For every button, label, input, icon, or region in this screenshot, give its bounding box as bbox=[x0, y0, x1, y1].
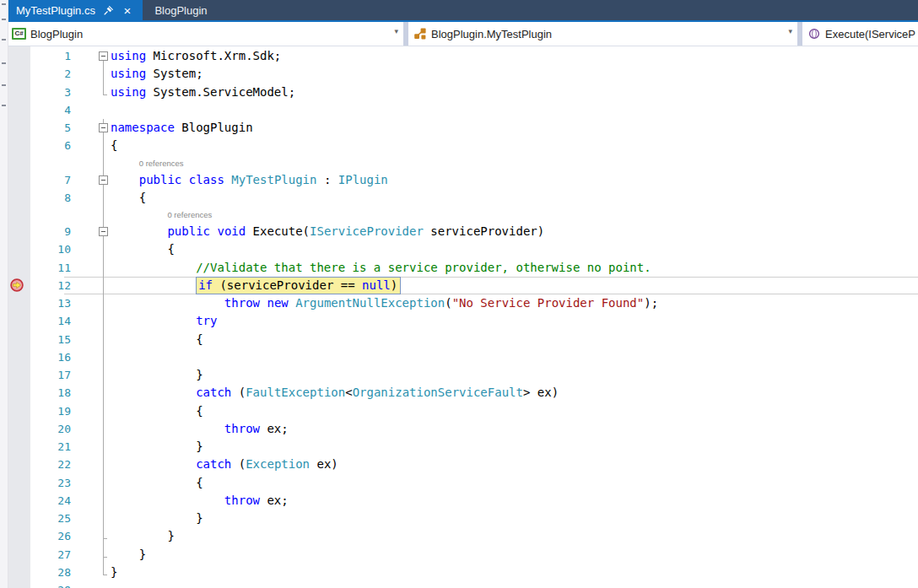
code-line[interactable]: 20 throw ex; bbox=[0, 420, 918, 438]
code-line[interactable]: 12 if (serviceProvider == null) bbox=[0, 277, 918, 294]
code-text[interactable]: } bbox=[111, 438, 203, 456]
code-text[interactable]: { bbox=[111, 402, 203, 420]
code-line[interactable]: 7 public class MyTestPlugin : IPlugin bbox=[0, 171, 918, 189]
code-text[interactable]: using System.ServiceModel; bbox=[111, 84, 295, 101]
collapse-toggle-icon[interactable] bbox=[98, 47, 109, 65]
code-line[interactable]: 28} bbox=[0, 564, 918, 581]
code-line[interactable]: 16 bbox=[0, 348, 918, 366]
line-number[interactable]: 17 bbox=[25, 366, 71, 384]
line-number[interactable]: 8 bbox=[25, 189, 71, 207]
code-text[interactable]: using System; bbox=[111, 65, 203, 83]
line-number[interactable]: 20 bbox=[25, 420, 71, 438]
code-line[interactable]: 4 bbox=[0, 101, 918, 119]
type-dropdown[interactable]: BlogPlugin.MyTestPlugin ▾ bbox=[408, 22, 797, 46]
codelens-row[interactable]: 0 references bbox=[0, 155, 918, 171]
line-number[interactable]: 26 bbox=[25, 527, 71, 545]
line-number[interactable]: 14 bbox=[25, 312, 71, 330]
code-line[interactable]: 9 public void Execute(IServiceProvider s… bbox=[0, 223, 918, 240]
code-text[interactable]: public class MyTestPlugin : IPlugin bbox=[111, 171, 388, 189]
chevron-down-icon[interactable]: ▾ bbox=[394, 27, 398, 35]
code-line[interactable]: 8 { bbox=[0, 189, 918, 207]
project-dropdown[interactable]: C# BlogPlugin ▾ bbox=[8, 22, 403, 46]
line-number[interactable]: 24 bbox=[25, 492, 71, 510]
codelens-references[interactable]: 0 references bbox=[167, 207, 212, 223]
line-number[interactable]: 27 bbox=[25, 546, 71, 564]
code-text[interactable]: catch (FaultException<OrganizationServic… bbox=[111, 384, 559, 402]
tab-mytestplugin[interactable]: MyTestPlugin.cs × bbox=[8, 0, 143, 20]
line-number[interactable]: 4 bbox=[25, 101, 71, 119]
line-number[interactable]: 19 bbox=[25, 402, 71, 420]
code-text[interactable]: using Microsoft.Xrm.Sdk; bbox=[111, 47, 281, 65]
code-line[interactable]: 17 } bbox=[0, 366, 918, 384]
line-number[interactable]: 18 bbox=[25, 384, 71, 402]
code-text[interactable]: } bbox=[111, 366, 203, 384]
line-number[interactable]: 1 bbox=[25, 47, 71, 65]
code-line[interactable]: 3using System.ServiceModel; bbox=[0, 84, 918, 101]
code-text[interactable]: throw ex; bbox=[111, 420, 289, 438]
code-line[interactable]: 18 catch (FaultException<OrganizationSer… bbox=[0, 384, 918, 402]
code-line[interactable]: 29 bbox=[0, 581, 918, 588]
code-line[interactable]: 2using System; bbox=[0, 65, 918, 83]
code-text[interactable]: { bbox=[111, 331, 203, 348]
line-number[interactable]: 9 bbox=[25, 223, 71, 240]
line-number[interactable]: 10 bbox=[25, 240, 71, 258]
line-number[interactable]: 28 bbox=[25, 564, 71, 581]
code-text[interactable]: catch (Exception ex) bbox=[111, 456, 338, 473]
code-text[interactable]: if (serviceProvider == null) bbox=[111, 277, 401, 294]
code-line[interactable]: 10 { bbox=[0, 240, 918, 258]
line-number[interactable]: 11 bbox=[25, 259, 71, 277]
line-number[interactable]: 6 bbox=[25, 137, 71, 154]
code-text[interactable]: { bbox=[111, 240, 175, 258]
code-line[interactable]: 15 { bbox=[0, 331, 918, 348]
code-text[interactable]: } bbox=[111, 510, 203, 527]
line-number[interactable]: 25 bbox=[25, 510, 71, 527]
code-editor[interactable]: 1using Microsoft.Xrm.Sdk;2using System;3… bbox=[0, 46, 918, 588]
code-text[interactable]: { bbox=[111, 189, 146, 207]
code-text[interactable]: throw ex; bbox=[111, 492, 289, 510]
line-number[interactable]: 3 bbox=[25, 84, 71, 101]
code-line[interactable]: 21 } bbox=[0, 438, 918, 456]
code-text[interactable]: //Validate that there is a service provi… bbox=[111, 259, 651, 277]
code-text[interactable]: throw new ArgumentNullException("No Serv… bbox=[111, 294, 658, 312]
line-number[interactable]: 7 bbox=[25, 171, 71, 189]
line-number[interactable]: 12 bbox=[25, 277, 71, 294]
code-text[interactable]: } bbox=[111, 527, 175, 545]
collapse-toggle-icon[interactable] bbox=[98, 119, 109, 137]
tab-blogplugin[interactable]: BlogPlugin bbox=[146, 0, 222, 20]
code-line[interactable]: 13 throw new ArgumentNullException("No S… bbox=[0, 294, 918, 312]
codelens-row[interactable]: 0 references bbox=[0, 207, 918, 223]
code-text[interactable]: namespace BlogPlugin bbox=[111, 119, 253, 137]
line-number[interactable]: 29 bbox=[25, 581, 71, 588]
code-text[interactable]: { bbox=[111, 137, 117, 154]
code-line[interactable]: 6{ bbox=[0, 137, 918, 154]
member-dropdown[interactable]: Execute(IServiceP bbox=[802, 22, 918, 46]
line-number[interactable]: 15 bbox=[25, 331, 71, 348]
code-text[interactable]: } bbox=[111, 546, 146, 564]
code-text[interactable]: try bbox=[111, 312, 217, 330]
code-line[interactable]: 22 catch (Exception ex) bbox=[0, 456, 918, 473]
code-text[interactable]: public void Execute(IServiceProvider ser… bbox=[111, 223, 544, 240]
code-line[interactable]: 5namespace BlogPlugin bbox=[0, 119, 918, 137]
line-number[interactable]: 21 bbox=[25, 438, 71, 456]
code-line[interactable]: 25 } bbox=[0, 510, 918, 527]
code-text[interactable]: { bbox=[111, 474, 203, 492]
line-number[interactable]: 5 bbox=[25, 119, 71, 137]
code-line[interactable]: 24 throw ex; bbox=[0, 492, 918, 510]
close-icon[interactable]: × bbox=[121, 4, 134, 17]
line-number[interactable]: 22 bbox=[25, 456, 71, 473]
code-line[interactable]: 11 //Validate that there is a service pr… bbox=[0, 259, 918, 277]
code-line[interactable]: 23 { bbox=[0, 474, 918, 492]
line-number[interactable]: 23 bbox=[25, 474, 71, 492]
code-line[interactable]: 26 } bbox=[0, 527, 918, 545]
code-text[interactable]: } bbox=[111, 564, 117, 581]
code-line[interactable]: 1using Microsoft.Xrm.Sdk; bbox=[0, 47, 918, 65]
breakpoint-current-statement-icon[interactable] bbox=[10, 278, 24, 292]
code-line[interactable]: 19 { bbox=[0, 402, 918, 420]
line-number[interactable]: 16 bbox=[25, 348, 71, 366]
line-number[interactable]: 2 bbox=[25, 65, 71, 83]
code-line[interactable]: 14 try bbox=[0, 312, 918, 330]
collapsed-panel-edge[interactable] bbox=[0, 0, 8, 588]
pin-icon[interactable] bbox=[102, 3, 116, 17]
collapse-toggle-icon[interactable] bbox=[98, 171, 109, 189]
code-area[interactable]: 1using Microsoft.Xrm.Sdk;2using System;3… bbox=[0, 47, 918, 588]
